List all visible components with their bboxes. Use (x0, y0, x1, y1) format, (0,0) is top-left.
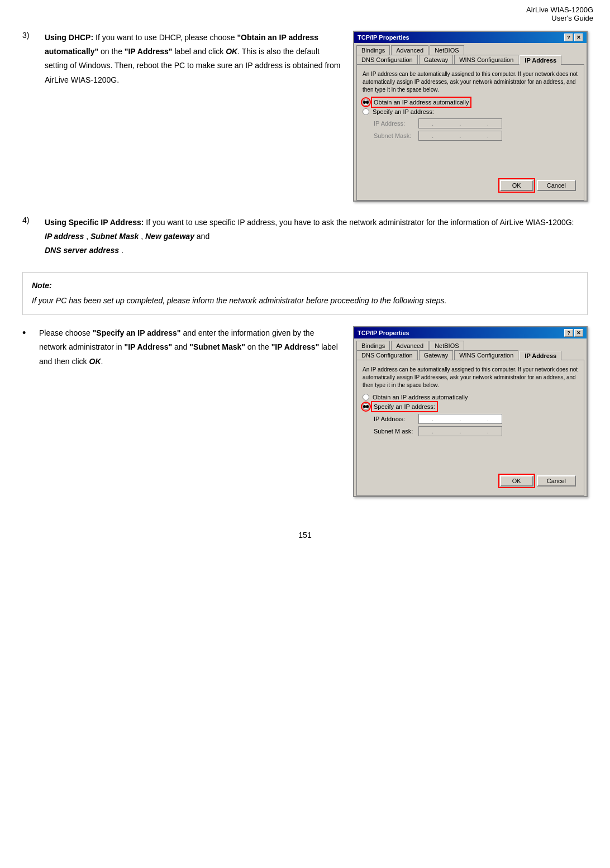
step3-using-dhcp-label: Using DHCP: (45, 33, 93, 42)
dialog1-tab-bindings[interactable]: Bindings (356, 45, 390, 55)
note-box: Note: If your PC has been set up complet… (22, 272, 588, 316)
dialog1-spacer (363, 143, 578, 177)
dialog1-radio-group: Obtain an IP address automatically Speci… (363, 98, 578, 115)
dialog1-cancel-button[interactable]: Cancel (537, 180, 576, 191)
step4-period: . (121, 246, 123, 255)
main-content: 3) Using DHCP: If you want to use DHCP, … (0, 25, 610, 519)
step4-gateway: New gateway (145, 232, 194, 241)
note-text: If your PC has been set up completed, pl… (32, 294, 578, 308)
bullet1-bold3: "Subnet Mask" (189, 342, 245, 351)
step4-and: and (197, 232, 209, 241)
dialog2-tab-ipaddress[interactable]: IP Address (520, 351, 561, 360)
dialog1-tab-wins[interactable]: WINS Configuration (454, 55, 518, 64)
dialog2-field1-dots: . . . (419, 416, 502, 422)
dialog2-field-row1: IP Address: . . . (374, 414, 578, 424)
dialog1-tab-dns[interactable]: DNS Configuration (356, 55, 418, 64)
step4-label: Using Specific IP Address: (45, 218, 144, 227)
dialog2-spacer (363, 438, 578, 472)
note-title: Note: (32, 279, 578, 293)
dialog1-titlebar: TCP/IP Properties ? ✕ (354, 32, 587, 43)
page-footer: 151 (0, 519, 610, 551)
step3-text: Using DHCP: If you want to use DHCP, ple… (45, 31, 353, 87)
dialog2-radio-group: Obtain an IP address automatically Speci… (363, 394, 578, 411)
dialog1-title: TCP/IP Properties (358, 34, 409, 41)
dialog1-container: TCP/IP Properties ? ✕ Bindings Advanced … (353, 31, 588, 202)
header-line1: AirLive WIAS-1200G (0, 6, 593, 14)
dialog2-buttons: OK Cancel (363, 472, 578, 490)
dialog1-tab-netbios[interactable]: NetBIOS (430, 45, 464, 55)
bullet1-text1: Please choose (39, 328, 93, 337)
dialog2-radio1-item[interactable]: Obtain an IP address automatically (363, 394, 578, 400)
dialog2-field2-input[interactable]: . . . (418, 426, 502, 436)
bullet1-bold1: "Specify an IP address" (93, 328, 181, 337)
bullet1-text: Please choose "Specify an IP address" an… (39, 326, 353, 497)
dialog1-close-btn[interactable]: ✕ (574, 34, 583, 41)
page-header: AirLive WIAS-1200G User's Guide (0, 0, 610, 25)
dialog2-tab-bindings[interactable]: Bindings (356, 341, 390, 350)
dialog1-title-buttons: ? ✕ (564, 34, 583, 41)
dialog2-help-btn[interactable]: ? (564, 329, 573, 337)
step4-text1: If you want to use specific IP address, … (146, 218, 574, 227)
dialog1-radio1-item[interactable]: Obtain an IP address automatically (363, 98, 578, 106)
step4-number: 4) (22, 216, 45, 258)
dialog2-radio2-circle (363, 403, 369, 410)
dialog2-radio2-label: Specify an IP address: (373, 403, 436, 411)
dialog2-field1-input[interactable]: . . . (418, 414, 502, 424)
bullet1-text3: and (174, 342, 189, 351)
dialog1-field-row2: Subnet Mask: . . . (374, 131, 578, 141)
dialog1-tab-ipaddress[interactable]: IP Address (520, 55, 561, 65)
bullet1-bold2: "IP Address" (125, 342, 173, 351)
step3-bold2: "IP Address" (125, 47, 173, 56)
dialog2-field1-label: IP Address: (374, 416, 418, 422)
page-number: 151 (298, 531, 311, 540)
bullet-section: • Please choose "Specify an IP address" … (22, 326, 588, 497)
dialog1-field1-dots: . . . (419, 121, 502, 127)
bullet1-text4: on the (247, 342, 271, 351)
dialog2-radio2-item[interactable]: Specify an IP address: (363, 403, 578, 411)
dialog1-tab-gateway[interactable]: Gateway (419, 55, 453, 64)
dialog2-radio1-circle (363, 394, 369, 400)
dialog2-close-btn[interactable]: ✕ (574, 329, 583, 337)
dialog2-radio1-label: Obtain an IP address automatically (373, 394, 468, 400)
dialog2-tab-gateway[interactable]: Gateway (419, 350, 453, 360)
step4-section: 4) Using Specific IP Address: If you wan… (22, 216, 588, 258)
dialog2: TCP/IP Properties ? ✕ Bindings Advanced … (353, 326, 588, 497)
step4-comma2: , (141, 232, 145, 241)
dialog2-tab-wins[interactable]: WINS Configuration (454, 350, 518, 360)
dialog2-field-row2: Subnet M ask: . . . (374, 426, 578, 436)
dialog2-field2-label: Subnet M ask: (374, 428, 418, 435)
dialog2-tabs: Bindings Advanced NetBIOS DNS Configurat… (354, 338, 587, 496)
step3-number: 3) (22, 31, 45, 202)
step3-text2: on the (101, 47, 125, 56)
dialog2-title: TCP/IP Properties (358, 330, 409, 336)
step4-subnet: Subnet Mask (90, 232, 139, 241)
dialog1-help-btn[interactable]: ? (564, 34, 573, 41)
dialog2-tab-row2: DNS Configuration Gateway WINS Configura… (356, 350, 584, 360)
header-line2: User's Guide (0, 14, 593, 22)
step4-text: Using Specific IP Address: If you want t… (45, 216, 588, 258)
dialog2-tab-advanced[interactable]: Advanced (391, 341, 428, 350)
dialog1-tab-content: An IP address can be automatically assig… (356, 64, 584, 201)
dialog1-radio2-circle (363, 108, 369, 115)
dialog1-tab-advanced[interactable]: Advanced (391, 45, 428, 55)
dialog1-tabs: Bindings Advanced NetBIOS DNS Configurat… (354, 43, 587, 201)
dialog2-tab-row1: Bindings Advanced NetBIOS (356, 341, 584, 350)
dialog2-ok-button[interactable]: OK (500, 475, 533, 487)
dialog1-field-row1: IP Address: . . . (374, 118, 578, 128)
dialog2-title-buttons: ? ✕ (564, 329, 583, 337)
dialog2-tab-netbios[interactable]: NetBIOS (430, 341, 464, 350)
dialog1-field1-input[interactable]: . . . (418, 118, 502, 128)
dialog1-ok-button[interactable]: OK (500, 180, 533, 191)
step4-dns: DNS server address (45, 246, 119, 255)
dialog2-titlebar: TCP/IP Properties ? ✕ (354, 327, 587, 338)
step4-ip: IP address (45, 232, 84, 241)
dialog1-buttons: OK Cancel (363, 177, 578, 194)
dialog2-tab-dns[interactable]: DNS Configuration (356, 350, 418, 360)
dialog1-field2-input[interactable]: . . . (418, 131, 502, 141)
dialog1-radio2-label: Specify an IP address: (373, 108, 434, 115)
dialog1: TCP/IP Properties ? ✕ Bindings Advanced … (353, 31, 588, 202)
dialog2-tab-content: An IP address can be automatically assig… (356, 360, 584, 496)
dialog2-field2-dots: . . . (419, 428, 502, 435)
dialog1-radio2-item[interactable]: Specify an IP address: (363, 108, 578, 115)
dialog2-cancel-button[interactable]: Cancel (537, 475, 576, 487)
